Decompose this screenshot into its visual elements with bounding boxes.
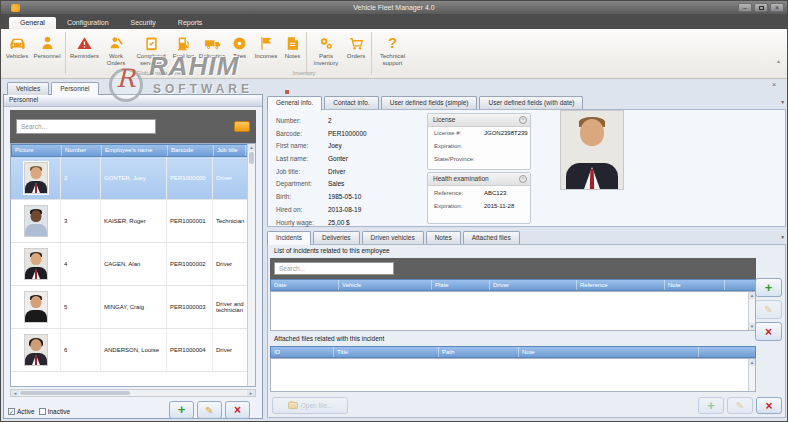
- close-button[interactable]: ×: [770, 3, 784, 12]
- column-vehicle[interactable]: Vehicle: [339, 280, 432, 290]
- table-row[interactable]: 3 KAISER, Roger PER1000001 Technician: [11, 200, 255, 243]
- completed-services-button[interactable]: Completed services: [131, 31, 171, 67]
- tab-driven-vehicles[interactable]: Driven vehicles: [362, 231, 424, 245]
- collapse-icon[interactable]: ^: [519, 116, 527, 124]
- panel-close-icon[interactable]: ×: [772, 81, 776, 88]
- attached-files-list[interactable]: ▲: [270, 358, 756, 392]
- vertical-scrollbar[interactable]: ▲: [247, 144, 255, 386]
- tab-personnel[interactable]: Personnel: [51, 82, 98, 95]
- delete-employee-button[interactable]: ×: [225, 401, 250, 419]
- tab-notes[interactable]: Notes: [426, 231, 461, 245]
- column-picture[interactable]: Picture: [12, 145, 62, 156]
- active-checkbox[interactable]: ✓: [8, 408, 15, 415]
- column-reference[interactable]: Reference: [577, 280, 665, 290]
- reminders-button[interactable]: Reminders: [68, 31, 101, 60]
- column-path[interactable]: Path: [439, 347, 519, 357]
- tab-user-fields-simple[interactable]: User defined fields (simple): [381, 96, 478, 110]
- personnel-button[interactable]: Personnel: [31, 31, 63, 60]
- tab-vehicles[interactable]: Vehicles: [7, 82, 49, 95]
- tab-general-info[interactable]: General info.: [267, 96, 322, 110]
- fuel-log-button[interactable]: Fuel log: [171, 31, 196, 60]
- work-orders-button[interactable]: Work Orders: [101, 31, 131, 67]
- inactive-checkbox[interactable]: [39, 408, 46, 415]
- view-options-icon[interactable]: [234, 121, 250, 132]
- edit-employee-button[interactable]: ✎: [197, 401, 222, 419]
- ribbon-tab-reports[interactable]: Reports: [167, 17, 214, 29]
- notes-button[interactable]: Notes: [281, 31, 304, 60]
- deliveries-button[interactable]: Deliveries: [196, 31, 228, 60]
- column-employees-name[interactable]: Employee's name: [102, 145, 168, 156]
- sub-panel: Incidents Deliveries Driven vehicles Not…: [267, 231, 786, 418]
- scroll-left-icon[interactable]: ◄: [11, 390, 19, 396]
- maximize-button[interactable]: [754, 3, 768, 12]
- add-incident-button[interactable]: +: [755, 278, 782, 297]
- collapse-icon[interactable]: ^: [519, 175, 527, 183]
- minimize-button[interactable]: –: [738, 3, 752, 12]
- table-row[interactable]: 2 GONTER, Joey PER1000000 Driver: [11, 157, 255, 200]
- window-title: Vehicle Fleet Manager 4.0: [1, 4, 787, 11]
- scroll-right-icon[interactable]: ►: [247, 390, 255, 396]
- vertical-scrollbar[interactable]: ▲: [748, 359, 755, 391]
- incidents-list[interactable]: ▲ ▼: [270, 291, 756, 331]
- open-file-button[interactable]: Open file...: [272, 397, 348, 414]
- table-row[interactable]: 4 CAGEN, Alan PER1000002 Driver: [11, 243, 255, 286]
- tab-incidents[interactable]: Incidents: [267, 231, 311, 245]
- column-title[interactable]: Title: [334, 347, 439, 357]
- table-row[interactable]: 6 ANDERSON, Louise PER1000004 Driver: [11, 329, 255, 372]
- delete-attached-file-button[interactable]: ×: [756, 397, 782, 414]
- add-employee-button[interactable]: +: [169, 401, 194, 419]
- incidents-list-label: List of incidents related to this employ…: [274, 247, 390, 254]
- field-label: Department:: [276, 180, 328, 193]
- edit-incident-button[interactable]: ✎: [755, 300, 782, 319]
- column-plate[interactable]: Plate: [432, 280, 490, 290]
- maximize-icon: [759, 6, 764, 10]
- ribbon-tab-security[interactable]: Security: [120, 17, 167, 29]
- tab-attached-files[interactable]: Attached files: [463, 231, 520, 245]
- delete-icon: ×: [765, 327, 772, 337]
- scroll-up-icon[interactable]: ▲: [248, 144, 255, 151]
- technical-support-button[interactable]: ? Technical support: [374, 31, 411, 67]
- column-barcode[interactable]: Barcode: [168, 145, 214, 156]
- incomes-button[interactable]: Incomes: [251, 31, 281, 60]
- vehicles-button[interactable]: Vehicles: [3, 31, 31, 60]
- chevron-down-icon[interactable]: ▾: [781, 99, 784, 105]
- worker-icon: [107, 33, 126, 53]
- field-value: Driver: [328, 168, 421, 181]
- field-label: Birth:: [276, 193, 328, 206]
- chevron-down-icon[interactable]: ▾: [781, 234, 784, 240]
- column-note[interactable]: Note: [665, 280, 725, 290]
- column-driver[interactable]: Driver: [490, 280, 577, 290]
- scroll-up-icon[interactable]: ▲: [749, 359, 755, 366]
- ribbon-tab-general[interactable]: General: [9, 17, 56, 29]
- tab-deliveries[interactable]: Deliveries: [313, 231, 360, 245]
- delete-incident-button[interactable]: ×: [755, 322, 782, 341]
- personnel-search-input[interactable]: [16, 119, 156, 134]
- horizontal-scrollbar[interactable]: ◄ ►: [10, 389, 256, 397]
- ribbon-collapse-icon[interactable]: ▲: [776, 58, 781, 64]
- field-value: 2: [328, 117, 421, 130]
- column-date[interactable]: Date: [271, 280, 339, 290]
- general-info-content: Number:2 Barcode:PER1000000 First name:J…: [267, 109, 786, 227]
- add-attached-file-button[interactable]: +: [698, 397, 724, 414]
- column-note[interactable]: Note: [519, 347, 699, 357]
- table-row[interactable]: 5 MINGAY, Craig PER1000003 Driver and te…: [11, 286, 255, 329]
- column-number[interactable]: Number: [62, 145, 102, 156]
- tires-button[interactable]: Tires: [228, 31, 251, 60]
- license-groupbox: License ^ License #:JGON2398T239 Expirat…: [427, 113, 531, 170]
- ribbon-tab-configuration[interactable]: Configuration: [56, 17, 120, 29]
- field-label: Hourly wage:: [276, 219, 328, 232]
- column-job-title[interactable]: Job title: [214, 145, 246, 156]
- column-id[interactable]: ID: [271, 347, 334, 357]
- field-label: Hired on:: [276, 206, 328, 219]
- inactive-checkbox-label: Inactive: [48, 408, 70, 415]
- edit-attached-file-button[interactable]: ✎: [727, 397, 753, 414]
- tab-user-fields-date[interactable]: User defined fields (with date): [479, 96, 583, 110]
- incidents-search-input[interactable]: [274, 262, 394, 275]
- scrollbar-thumb[interactable]: [249, 152, 254, 164]
- scrollbar-thumb[interactable]: [20, 391, 130, 395]
- ribbon-separator: [306, 32, 307, 74]
- vertical-scrollbar[interactable]: ▲ ▼: [748, 292, 755, 330]
- tab-contact-info[interactable]: Contact info.: [324, 96, 379, 110]
- parts-inventory-button[interactable]: Parts inventory: [309, 31, 343, 67]
- orders-button[interactable]: Orders: [343, 31, 369, 60]
